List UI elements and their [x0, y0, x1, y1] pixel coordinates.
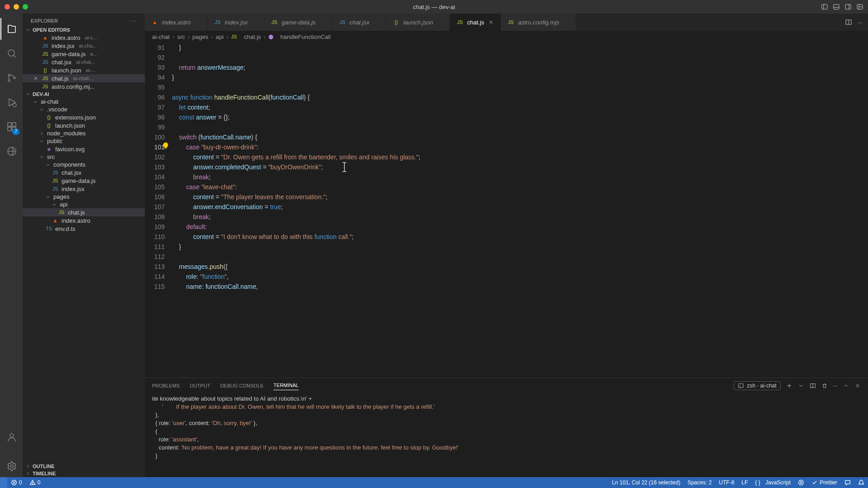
- terminal-output[interactable]: ite knowledgeable about topics related t…: [145, 393, 868, 477]
- toggle-panel-right-icon[interactable]: [844, 3, 852, 10]
- explorer-tab[interactable]: [0, 18, 22, 40]
- editor-tab[interactable]: JSgame-data.js: [264, 14, 332, 31]
- file-chat-jsx[interactable]: JSchat.jsx: [23, 168, 145, 177]
- file-env-dts[interactable]: TSenv.d.ts: [23, 225, 145, 233]
- close-window-icon[interactable]: [5, 4, 10, 10]
- editor-tab[interactable]: ▲index.astro: [145, 14, 208, 31]
- toggle-panel-left-icon[interactable]: [821, 3, 828, 10]
- close-panel-icon[interactable]: [854, 383, 861, 389]
- problems-tab[interactable]: PROBLEMS: [152, 381, 180, 390]
- output-tab[interactable]: OUTPUT: [190, 381, 210, 390]
- maximize-panel-icon[interactable]: [843, 383, 849, 389]
- maximize-window-icon[interactable]: [23, 4, 28, 10]
- settings-tab[interactable]: [0, 455, 22, 477]
- folder-ai-chat[interactable]: ai-chat: [23, 98, 145, 105]
- eol[interactable]: LF: [738, 479, 752, 486]
- accounts-tab[interactable]: [0, 426, 22, 448]
- folder-vscode[interactable]: .vscode: [23, 105, 145, 113]
- file-chat-js[interactable]: JSchat.js: [23, 208, 145, 216]
- folder-src[interactable]: src: [23, 153, 145, 161]
- feedback-icon[interactable]: [841, 479, 854, 486]
- tab-more-icon[interactable]: ···: [858, 19, 863, 26]
- open-editor-item[interactable]: JSastro.config.mj...: [23, 82, 145, 91]
- cursor-position[interactable]: Ln 101, Col 22 (16 selected): [608, 479, 684, 486]
- outline-section[interactable]: OUTLINE: [23, 463, 145, 470]
- new-terminal-icon[interactable]: [786, 383, 792, 389]
- lightbulb-icon[interactable]: [162, 142, 169, 149]
- folder-public[interactable]: public: [23, 137, 145, 145]
- indentation[interactable]: Spaces: 2: [684, 479, 715, 486]
- folder-api[interactable]: api: [23, 201, 145, 208]
- editor-tab[interactable]: JSchat.jsx: [332, 14, 386, 31]
- open-editors-section[interactable]: OPEN EDITORS: [23, 26, 145, 33]
- svg-point-13: [14, 77, 15, 79]
- editor-tab[interactable]: JSchat.js: [450, 14, 501, 31]
- open-editor-item[interactable]: ▲index.astroai-c...: [23, 33, 145, 42]
- debug-console-tab[interactable]: DEBUG CONSOLE: [220, 381, 263, 390]
- source-control-tab[interactable]: [0, 67, 22, 89]
- run-debug-tab[interactable]: [0, 91, 22, 113]
- terminal-dropdown-icon[interactable]: [798, 383, 804, 389]
- editor-tab[interactable]: JSastro.config.mjs: [501, 14, 576, 31]
- file-extensions-json[interactable]: {}extensions.json: [23, 113, 145, 121]
- split-editor-icon[interactable]: [845, 19, 852, 26]
- timeline-section[interactable]: TIMELINE: [23, 470, 145, 477]
- notifications-icon[interactable]: [854, 479, 868, 486]
- errors-count[interactable]: 0: [7, 479, 26, 486]
- bottom-panel: PROBLEMS OUTPUT DEBUG CONSOLE TERMINAL z…: [145, 378, 868, 477]
- open-editor-item[interactable]: {}launch.jsonai-...: [23, 66, 145, 74]
- folder-pages[interactable]: pages: [23, 193, 145, 201]
- file-launch-json[interactable]: {}launch.json: [23, 121, 145, 129]
- breadcrumb[interactable]: ai-chat› src› pages› api› JS chat.js› ⬢ …: [145, 31, 868, 43]
- window-controls: [5, 4, 28, 10]
- file-index-jsx[interactable]: JSindex.jsx: [23, 185, 145, 193]
- open-editor-item[interactable]: JSchat.jsai-chat/...: [23, 74, 145, 82]
- close-tab-icon[interactable]: [488, 19, 494, 25]
- split-terminal-icon[interactable]: [810, 383, 816, 389]
- file-game-data[interactable]: JSgame-data.js: [23, 177, 145, 185]
- open-editor-item[interactable]: JSindex.jsxai-cha...: [23, 42, 145, 50]
- language-mode[interactable]: { } JavaScript: [752, 479, 795, 486]
- activity-bar: 7: [0, 14, 23, 477]
- minimize-window-icon[interactable]: [14, 4, 19, 10]
- svg-rect-18: [8, 127, 11, 131]
- terminal-tab[interactable]: TERMINAL: [273, 381, 299, 390]
- edge-tools-tab[interactable]: [0, 140, 22, 162]
- open-editor-item[interactable]: JSgame-data.jsa...: [23, 50, 145, 58]
- editor-tab[interactable]: JSindex.jsx: [208, 14, 265, 31]
- encoding[interactable]: UTF-8: [715, 479, 738, 486]
- terminal-shell-badge[interactable]: zsh - ai-chat: [734, 381, 780, 390]
- svg-point-11: [8, 74, 10, 76]
- project-section[interactable]: DEV-AI: [23, 91, 145, 98]
- remote-indicator[interactable]: [0, 477, 7, 488]
- open-editor-item[interactable]: JSchat.jsxai-chat...: [23, 58, 145, 66]
- kill-terminal-icon[interactable]: [821, 383, 828, 389]
- status-bar: 0 0 Ln 101, Col 22 (16 selected) Spaces:…: [0, 477, 868, 488]
- svg-point-56: [801, 482, 802, 483]
- text-cursor: [344, 163, 345, 171]
- panel-more-icon[interactable]: ···: [833, 383, 837, 388]
- eslint-status[interactable]: [794, 479, 808, 486]
- customize-layout-icon[interactable]: [856, 3, 863, 10]
- svg-point-9: [8, 50, 14, 56]
- file-favicon[interactable]: ◈favicon.svg: [23, 145, 145, 153]
- file-index-astro[interactable]: ▲index.astro: [23, 216, 145, 225]
- svg-marker-14: [9, 99, 15, 106]
- titlebar: chat.js — dev-ai: [0, 0, 868, 14]
- folder-node-modules[interactable]: node_modules: [23, 129, 145, 137]
- window-title: chat.js — dev-ai: [413, 4, 455, 10]
- code-editor[interactable]: 9192939495969798991001011021031041051061…: [145, 43, 868, 378]
- editor-tab[interactable]: {}launch.json: [386, 14, 450, 31]
- extensions-tab[interactable]: 7: [0, 116, 22, 138]
- search-tab[interactable]: [0, 43, 22, 64]
- extensions-badge: 7: [12, 129, 19, 135]
- editor-area: ▲index.astroJSindex.jsxJSgame-data.jsJSc…: [145, 14, 868, 477]
- sidebar-more-icon[interactable]: ···: [130, 18, 137, 24]
- svg-point-12: [8, 80, 10, 81]
- toggle-panel-bottom-icon[interactable]: [833, 3, 840, 10]
- svg-point-21: [10, 434, 14, 437]
- prettier-status[interactable]: Prettier: [808, 479, 841, 486]
- svg-rect-4: [845, 5, 851, 10]
- folder-components[interactable]: components: [23, 161, 145, 168]
- warnings-count[interactable]: 0: [26, 479, 44, 486]
